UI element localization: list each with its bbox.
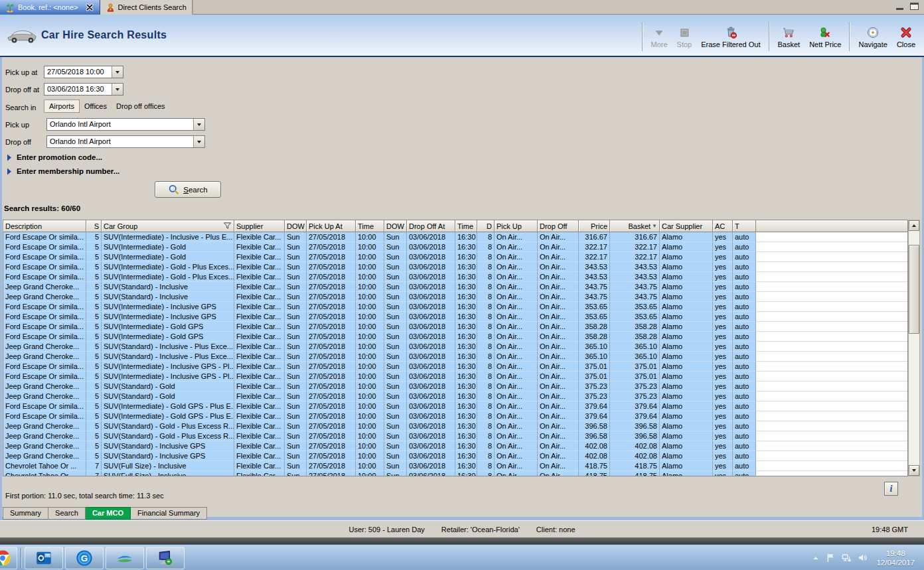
table-row[interactable]: Ford Escape Or simila...5SUV(Intermediat… bbox=[3, 252, 907, 262]
table-row[interactable]: Ford Escape Or simila...5SUV(Intermediat… bbox=[3, 401, 907, 411]
search-in-option-offices[interactable]: Offices bbox=[80, 100, 112, 112]
taskbar-app-travel-swoosh[interactable] bbox=[106, 547, 144, 569]
cell-drop-off-at: 03/06/2018 bbox=[407, 392, 455, 401]
pick-up-combobox[interactable]: Orlando Intl Airport bbox=[46, 118, 205, 131]
dropdown-arrow-icon[interactable] bbox=[112, 84, 123, 95]
drop-off-combobox[interactable]: Orlando Intl Airport bbox=[46, 135, 205, 148]
workspace-tab-search[interactable]: Search bbox=[48, 507, 86, 520]
table-row[interactable]: Ford Escape Or simila...5SUV(Intermediat… bbox=[3, 372, 907, 382]
cell-car-supplier: Alamo bbox=[660, 461, 713, 471]
column-header-price[interactable]: Price bbox=[579, 220, 610, 232]
search-in-option-drop-off-offices[interactable]: Drop off offices bbox=[112, 100, 170, 112]
volume-icon[interactable] bbox=[858, 553, 868, 563]
close-button[interactable]: Close bbox=[892, 23, 920, 50]
drop-off-at-combobox[interactable]: 03/06/2018 16:30 bbox=[44, 83, 123, 96]
column-header-supplier[interactable]: Supplier bbox=[234, 220, 285, 232]
cell-ac: yes bbox=[713, 461, 733, 471]
cell-time: 16:30 bbox=[455, 362, 477, 372]
table-row[interactable]: Ford Escape Or simila...5SUV(Intermediat… bbox=[3, 411, 907, 421]
navigate-button[interactable]: Navigate bbox=[854, 23, 891, 50]
workspace-tab-financial-summary[interactable]: Financial Summary bbox=[131, 507, 207, 520]
column-header-s[interactable]: S bbox=[86, 220, 102, 232]
cell-car-supplier: Alamo bbox=[660, 372, 713, 382]
cell-basket: 375.23 bbox=[610, 382, 660, 392]
table-row[interactable]: Jeep Grand Cheroke...5SUV(Standard) - In… bbox=[3, 451, 907, 461]
column-header-pick-up-at[interactable]: Pick Up At bbox=[307, 220, 356, 232]
workspace-tab-car-mco[interactable]: Car MCO bbox=[86, 507, 131, 520]
column-header-dow[interactable]: DOW bbox=[384, 220, 407, 232]
promotion-code-expander[interactable]: Enter promotion code... bbox=[7, 153, 102, 161]
column-header-time[interactable]: Time bbox=[356, 220, 384, 232]
membership-number-expander[interactable]: Enter membership number... bbox=[7, 167, 119, 175]
search-in-option-airports[interactable]: Airports bbox=[44, 100, 80, 113]
table-row[interactable]: Jeep Grand Cheroke...5SUV(Standard) - In… bbox=[3, 292, 907, 302]
table-row[interactable]: Jeep Grand Cheroke...5SUV(Standard) - In… bbox=[3, 342, 907, 352]
table-row[interactable]: Jeep Grand Cheroke...5SUV(Standard) - In… bbox=[3, 282, 907, 292]
column-header-ac[interactable]: AC bbox=[713, 220, 733, 232]
table-row[interactable]: Chevrolet Tahoe Or ...7SUV(Full Size) - … bbox=[3, 461, 907, 471]
table-row[interactable]: Chevrolet Tahoe Or ...7SUV(Full Size) - … bbox=[3, 471, 907, 476]
table-row[interactable]: Jeep Grand Cheroke...5SUV(Standard) - In… bbox=[3, 352, 907, 362]
cell-ac: yes bbox=[713, 451, 733, 461]
column-header-basket[interactable]: Basket▼ bbox=[610, 220, 660, 232]
basket-button[interactable]: Basket bbox=[773, 23, 805, 50]
taskbar-app-outlook[interactable] bbox=[25, 547, 63, 569]
table-row[interactable]: Jeep Grand Cheroke...5SUV(Standard) - Go… bbox=[3, 392, 907, 401]
pick-up-at-combobox[interactable]: 27/05/2018 10:00 bbox=[44, 66, 123, 78]
table-row[interactable]: Ford Escape Or simila...5SUV(Intermediat… bbox=[3, 302, 907, 312]
table-row[interactable]: Ford Escape Or simila...5SUV(Intermediat… bbox=[3, 312, 907, 322]
table-row[interactable]: Jeep Grand Cheroke...5SUV(Standard) - Go… bbox=[3, 382, 907, 392]
filter-funnel-icon[interactable] bbox=[223, 222, 232, 230]
column-header-pick-up[interactable]: Pick Up bbox=[495, 220, 538, 232]
taskbar-app-remote-desktop[interactable] bbox=[146, 547, 185, 569]
taskbar-app-chrome[interactable] bbox=[0, 547, 17, 569]
table-row[interactable]: Jeep Grand Cheroke...5SUV(Standard) - In… bbox=[3, 441, 907, 451]
action-center-flag-icon[interactable] bbox=[826, 553, 836, 563]
column-header-description[interactable]: Description bbox=[3, 220, 86, 232]
dropdown-arrow-icon[interactable] bbox=[193, 119, 204, 130]
scroll-up-icon[interactable] bbox=[909, 220, 919, 231]
table-row[interactable]: Ford Escape Or simila...5SUV(Intermediat… bbox=[3, 242, 907, 252]
cell-basket: 316.67 bbox=[610, 232, 660, 242]
table-row[interactable]: Jeep Grand Cheroke...5SUV(Standard) - Go… bbox=[3, 421, 907, 431]
column-header-d[interactable]: D bbox=[477, 220, 495, 232]
table-row[interactable]: Ford Escape Or simila...5SUV(Intermediat… bbox=[3, 322, 907, 332]
minimize-icon[interactable] bbox=[896, 8, 903, 10]
column-header-car-group[interactable]: Car Group bbox=[102, 220, 234, 232]
table-row[interactable]: Ford Escape Or simila...5SUV(Intermediat… bbox=[3, 262, 907, 272]
toolbar-button-label: Stop bbox=[677, 40, 692, 48]
show-hidden-icons[interactable] bbox=[812, 554, 820, 562]
cell-pick-up-at: 27/05/2018 bbox=[307, 451, 356, 461]
cell-d: 8 bbox=[477, 262, 495, 272]
nett-price-button[interactable]: Nett Price bbox=[805, 23, 846, 50]
workspace-tab-summary[interactable]: Summary bbox=[3, 507, 48, 520]
column-header-drop-off[interactable]: Drop Off bbox=[538, 220, 579, 232]
table-row[interactable]: Ford Escape Or simila...5SUV(Intermediat… bbox=[3, 232, 907, 242]
network-icon[interactable] bbox=[842, 553, 852, 563]
search-button[interactable]: Search bbox=[155, 181, 221, 198]
document-tab-0[interactable]: Book. ref.: <none> bbox=[0, 0, 100, 15]
vertical-scrollbar[interactable] bbox=[908, 220, 920, 476]
table-row[interactable]: Ford Escape Or simila...5SUV(Intermediat… bbox=[3, 272, 907, 282]
column-header-t[interactable]: T bbox=[733, 220, 756, 232]
tab-close-icon[interactable] bbox=[85, 3, 94, 12]
dropdown-arrow-icon[interactable] bbox=[112, 66, 123, 78]
taskbar-app-g-app[interactable]: G bbox=[65, 547, 104, 569]
info-button[interactable]: i bbox=[884, 482, 898, 496]
column-header-drop-off-at[interactable]: Drop Off At bbox=[407, 220, 455, 232]
scroll-down-icon[interactable] bbox=[909, 465, 919, 476]
taskbar-clock[interactable]: 19:48 12/04/2017 bbox=[874, 549, 921, 567]
document-tab-1[interactable]: Direct Clients Search bbox=[100, 0, 193, 15]
column-header-car-supplier[interactable]: Car Supplier bbox=[660, 220, 713, 232]
erase-filtered-out-button[interactable]: Erase Filtered Out bbox=[696, 23, 765, 50]
table-row[interactable]: Ford Escape Or simila...5SUV(Intermediat… bbox=[3, 332, 907, 342]
dropdown-arrow-icon[interactable] bbox=[193, 136, 204, 147]
table-row[interactable]: Ford Escape Or simila...5SUV(Intermediat… bbox=[3, 362, 907, 372]
scrollbar-thumb[interactable] bbox=[909, 245, 919, 334]
column-header-dow[interactable]: DOW bbox=[285, 220, 307, 232]
table-row[interactable]: Jeep Grand Cheroke...5SUV(Standard) - Go… bbox=[3, 431, 907, 441]
cell-time: 10:00 bbox=[356, 232, 384, 242]
cell-pick-up-at: 27/05/2018 bbox=[307, 421, 356, 431]
maximize-icon[interactable] bbox=[910, 3, 919, 10]
column-header-time[interactable]: Time bbox=[455, 220, 477, 232]
